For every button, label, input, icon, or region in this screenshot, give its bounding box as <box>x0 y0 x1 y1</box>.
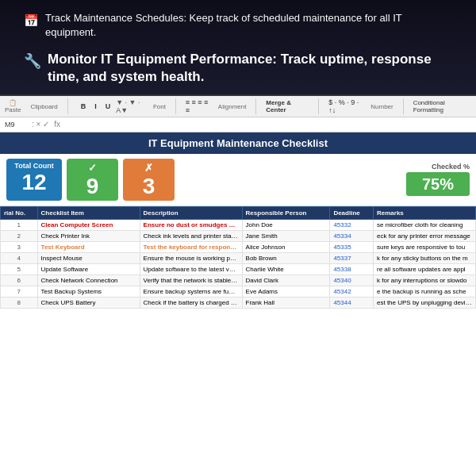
cell-r8-c6: est the UPS by unplugging device <box>373 297 475 308</box>
summary-cards: Total Count 12 ✓ 9 ✗ 3 Checked % 75% <box>0 154 476 206</box>
underline-button[interactable]: U <box>102 102 114 111</box>
formula-bar: M9 : × ✓ fx <box>0 117 476 132</box>
cell-r7-c1: 7 <box>1 286 38 297</box>
col-header-item: Checklist Item <box>37 206 140 219</box>
cell-r6-c2: Check Network Connection <box>37 274 140 286</box>
cell-r4-c2: Inspect Mouse <box>37 252 140 263</box>
total-value: 12 <box>21 171 46 194</box>
percent-bar: 75% <box>406 172 470 196</box>
card-spacer <box>179 159 393 201</box>
cell-r6-c3: Verify that the network is stable and fa… <box>140 274 242 286</box>
table-row: 4Inspect MouseEnsure the mouse is workin… <box>1 252 476 263</box>
cell-r7-c4: Eve Adams <box>242 286 330 297</box>
monitor-item: 🔧 Monitor IT Equipment Performance: Trac… <box>24 51 452 86</box>
cell-r2-c3: Check ink levels and printer status. <box>140 230 242 241</box>
ribbon-divider-3 <box>255 98 256 114</box>
table-row: 1Clean Computer ScreenEnsure no dust or … <box>1 219 476 230</box>
monitor-text: Monitor IT Equipment Performance: Track … <box>48 51 452 86</box>
cell-r4-c3: Ensure the mouse is working properly. <box>140 252 242 263</box>
cell-r6-c6: k for any interruptions or slowdo <box>373 274 475 286</box>
table-row: 3Test KeyboardTest the keyboard for resp… <box>1 241 476 252</box>
cell-r4-c4: Bob Brown <box>242 252 330 263</box>
cell-r4-c1: 4 <box>1 252 38 263</box>
ribbon-divider-4 <box>318 98 319 114</box>
sheet-title: IT Equipment Maintenance Checklist <box>0 132 476 154</box>
cell-r6-c4: David Clark <box>242 274 330 286</box>
font-label: Font <box>153 103 166 110</box>
cell-r1-c6: se microfiber cloth for cleaning <box>373 219 475 230</box>
table-row: 8Check UPS BatteryCheck if the battery i… <box>1 297 476 308</box>
cell-r2-c5: 45334 <box>330 230 374 241</box>
cell-r2-c4: Jane Smith <box>242 230 330 241</box>
schedule-item: 📅 Track Maintenance Schedules: Keep trac… <box>24 11 452 40</box>
col-header-num: rial No. <box>1 206 38 219</box>
cell-r5-c5: 45338 <box>330 263 374 274</box>
cell-r3-c6: sure keys are responsive to tou <box>373 241 475 252</box>
card-unchecked: ✗ 3 <box>123 159 175 201</box>
unchecked-icon: ✗ <box>144 162 153 174</box>
cell-r6-c5: 45340 <box>330 274 374 286</box>
ribbon-divider-1 <box>67 98 68 114</box>
cell-r3-c2: Test Keyboard <box>37 241 140 252</box>
spreadsheet: IT Equipment Maintenance Checklist Total… <box>0 132 476 476</box>
cell-r3-c1: 3 <box>1 241 38 252</box>
cell-r1-c2: Clean Computer Screen <box>37 219 140 230</box>
cell-r5-c3: Update software to the latest version. <box>140 263 242 274</box>
cell-r1-c3: Ensure no dust or smudges on the screen. <box>140 219 242 230</box>
align-group: ≡ ≡ ≡ ≡ ≡ <box>186 98 212 114</box>
unchecked-value: 3 <box>143 175 155 198</box>
cell-r8-c2: Check UPS Battery <box>37 297 140 308</box>
cell-r4-c6: k for any sticky buttons on the m <box>373 252 475 263</box>
clipboard-label: Clipboard <box>30 103 57 110</box>
bold-button[interactable]: B <box>78 102 90 111</box>
cell-r7-c5: 45342 <box>330 286 374 297</box>
cell-r3-c5: 45335 <box>330 241 374 252</box>
cell-r8-c5: 45344 <box>330 297 374 308</box>
schedule-text: Track Maintenance Schedules: Keep track … <box>45 11 452 40</box>
percent-value: 75% <box>422 175 454 194</box>
cell-r6-c1: 6 <box>1 274 38 286</box>
cell-r8-c3: Check if the battery is charged and work… <box>140 297 242 308</box>
wrench-icon: 🔧 <box>24 52 41 71</box>
cell-r1-c1: 1 <box>1 219 38 230</box>
cell-r1-c5: 45332 <box>330 219 374 230</box>
cell-r5-c1: 5 <box>1 263 38 274</box>
cell-r5-c4: Charlie White <box>242 263 330 274</box>
cell-r5-c2: Update Software <box>37 263 140 274</box>
table-row: 6Check Network ConnectionVerify that the… <box>1 274 476 286</box>
screen-container: 📅 Track Maintenance Schedules: Keep trac… <box>0 0 476 476</box>
cell-r2-c6: eck for any printer error message <box>373 230 475 241</box>
top-section: 📅 Track Maintenance Schedules: Keep trac… <box>0 0 476 94</box>
table-row: 2Check Printer InkCheck ink levels and p… <box>1 230 476 241</box>
formula-divider: : × ✓ <box>32 120 49 129</box>
font-group: B I U ▼ · ▼ · A▼ <box>78 98 147 114</box>
cell-r1-c4: John Doe <box>242 219 330 230</box>
excel-ribbon: 📋 Paste Clipboard B I U ▼ · ▼ · A▼ Font … <box>0 94 476 117</box>
table-header-row: rial No. Checklist Item Description Resp… <box>1 206 476 219</box>
number-label: Number <box>370 103 393 110</box>
table-row: 5Update SoftwareUpdate software to the l… <box>1 263 476 274</box>
paste-icon: 📋 <box>9 99 17 106</box>
table-row: 7Test Backup SystemsEnsure backup system… <box>1 286 476 297</box>
checked-value: 9 <box>86 175 99 198</box>
total-label: Total Count <box>14 162 53 170</box>
ribbon-divider-5 <box>403 98 404 114</box>
col-header-deadline: Deadline <box>330 206 374 219</box>
cell-r8-c4: Frank Hall <box>242 297 330 308</box>
percent-label: Checked % <box>432 163 470 171</box>
paste-label: Paste <box>5 106 21 113</box>
cell-r3-c4: Alice Johnson <box>242 241 330 252</box>
card-percent: Checked % 75% <box>398 159 470 201</box>
cell-reference: M9 <box>5 121 27 129</box>
cell-r2-c1: 2 <box>1 230 38 241</box>
col-header-desc: Description <box>140 206 242 219</box>
cell-r4-c5: 45337 <box>330 252 374 263</box>
cell-r2-c2: Check Printer Ink <box>37 230 140 241</box>
cell-r7-c3: Ensure backup systems are functioning co… <box>140 286 242 297</box>
card-total-count: Total Count 12 <box>6 159 62 201</box>
ribbon-divider-2 <box>175 98 176 114</box>
fx-label: fx <box>54 120 60 129</box>
calendar-icon: 📅 <box>24 12 39 29</box>
italic-button[interactable]: I <box>91 102 100 111</box>
card-checked: ✓ 9 <box>67 159 118 201</box>
